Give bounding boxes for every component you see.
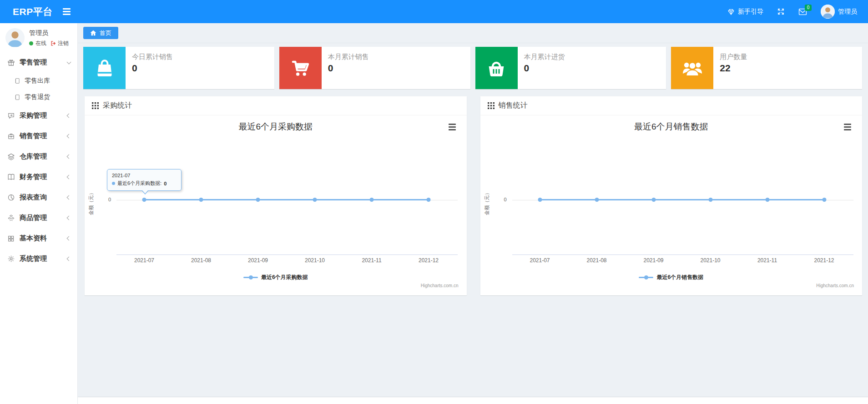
chart-tooltip: 2021-07 最近6个月采购数据: 0 xyxy=(107,169,182,191)
x-axis-line xyxy=(512,254,853,255)
sidebar-menu: 零售管理 零售出库 零售退货 采 xyxy=(0,52,77,269)
gem-icon xyxy=(727,8,735,15)
basket-icon xyxy=(475,47,518,89)
sidebar-item-sales[interactable]: 销售管理 xyxy=(0,126,77,146)
guide-label: 新手引导 xyxy=(738,8,763,16)
legend-marker-icon xyxy=(243,275,258,279)
x-axis-tick: 2021-09 xyxy=(248,257,268,264)
legend-item[interactable]: 最近6个月采购数据 xyxy=(85,274,467,281)
pie-chart-icon xyxy=(7,194,15,201)
sidebar-item-goods[interactable]: 商品管理 xyxy=(0,208,77,228)
grid-icon xyxy=(7,235,15,242)
book-icon xyxy=(7,173,15,181)
x-axis-tick: 2021-12 xyxy=(419,257,439,264)
sidebar-item-system[interactable]: 系统管理 xyxy=(0,249,77,269)
chevron-left-icon xyxy=(67,175,71,180)
data-point[interactable] xyxy=(595,198,599,202)
avatar xyxy=(5,28,25,47)
chevron-left-icon xyxy=(67,114,71,118)
tooltip-header: 2021-07 xyxy=(112,173,177,178)
stat-value: 0 xyxy=(328,63,369,74)
data-point[interactable] xyxy=(256,198,260,202)
sidebar-item-purchase[interactable]: 采购管理 xyxy=(0,105,77,126)
data-point[interactable] xyxy=(199,198,203,202)
stat-label: 本月累计销售 xyxy=(328,53,369,61)
fullscreen-icon xyxy=(777,8,785,15)
tooltip-value: 0 xyxy=(164,181,167,186)
tab-home[interactable]: 首页 xyxy=(83,27,118,39)
x-axis-tick: 2021-07 xyxy=(134,257,154,264)
sidebar-toggle-button[interactable] xyxy=(63,8,71,15)
chevron-left-icon xyxy=(67,216,71,220)
guide-button[interactable]: 新手引导 xyxy=(727,8,763,16)
chevron-down-icon xyxy=(67,60,71,64)
fullscreen-button[interactable] xyxy=(777,8,785,15)
chevron-left-icon xyxy=(67,134,71,139)
home-icon xyxy=(90,30,96,36)
cubes-icon xyxy=(7,214,15,222)
panel-header: 采购统计 xyxy=(85,96,467,115)
messages-button[interactable]: 0 xyxy=(798,8,807,15)
stat-card-user-count: 用户数量 22 xyxy=(671,47,862,89)
data-point[interactable] xyxy=(538,198,542,202)
data-point[interactable] xyxy=(370,198,374,202)
x-axis-tick: 2021-10 xyxy=(305,257,325,264)
highcharts-credit-link[interactable]: Highcharts.com.cn xyxy=(816,283,854,288)
cart-icon xyxy=(279,47,322,89)
highcharts-credit-link[interactable]: Highcharts.com.cn xyxy=(421,283,459,288)
series-dot-icon xyxy=(112,182,115,185)
stat-card-today-sales: 今日累计销售 0 xyxy=(83,47,274,89)
legend-item[interactable]: 最近6个月销售数据 xyxy=(480,274,863,281)
shopping-bag-icon xyxy=(83,47,126,89)
sidebar-item-label: 零售管理 xyxy=(20,58,47,67)
x-axis-tick: 2021-11 xyxy=(757,257,777,264)
chevron-left-icon xyxy=(67,257,71,261)
sidebar-item-reports[interactable]: 报表查询 xyxy=(0,187,77,208)
sidebar-item-label: 财务管理 xyxy=(20,173,47,181)
brand-logo: ERP平台 xyxy=(0,5,53,18)
chart-title: 最近6个月采购数据 xyxy=(85,121,467,133)
stat-card-month-purchase: 本月累计进货 0 xyxy=(475,47,666,89)
sidebar-item-basic-data[interactable]: 基本资料 xyxy=(0,228,77,249)
sidebar-item-retail-outbound[interactable]: 零售出库 xyxy=(0,73,77,89)
panel-title: 采购统计 xyxy=(103,101,132,110)
stat-label: 本月累计进货 xyxy=(524,53,565,61)
data-point[interactable] xyxy=(765,198,769,202)
stat-value: 22 xyxy=(720,63,747,74)
data-point[interactable] xyxy=(708,198,712,202)
data-point[interactable] xyxy=(142,198,146,202)
sidebar-item-warehouse[interactable]: 仓库管理 xyxy=(0,146,77,167)
data-point[interactable] xyxy=(427,198,431,202)
sidebar-item-label: 零售出库 xyxy=(25,77,50,85)
data-point[interactable] xyxy=(313,198,317,202)
sidebar-item-retail[interactable]: 零售管理 xyxy=(0,52,77,73)
online-status-icon xyxy=(29,41,33,45)
stat-value: 0 xyxy=(132,63,173,74)
online-status-label: 在线 xyxy=(35,40,46,47)
journal-icon xyxy=(14,94,20,100)
username-label: 管理员 xyxy=(838,8,857,16)
series-line xyxy=(540,199,824,200)
user-menu[interactable]: 管理员 xyxy=(821,5,857,19)
sidebar-item-finance[interactable]: 财务管理 xyxy=(0,167,77,187)
chart-context-menu-button[interactable] xyxy=(448,123,457,131)
briefcase-icon xyxy=(7,132,15,140)
chart-context-menu-button[interactable] xyxy=(843,123,852,131)
data-point[interactable] xyxy=(651,198,656,202)
footer xyxy=(78,397,868,404)
main-content: 首页 今日累计销售 0 xyxy=(78,23,868,404)
y-axis-tick: 0 xyxy=(99,197,111,202)
mail-count-badge: 0 xyxy=(805,5,812,11)
chat-icon xyxy=(7,112,15,120)
data-point[interactable] xyxy=(822,198,826,202)
series-line xyxy=(144,199,429,200)
gift-icon xyxy=(7,59,15,66)
sidebar-item-label: 商品管理 xyxy=(20,214,47,222)
stat-value: 0 xyxy=(524,63,565,74)
layers-icon xyxy=(7,153,15,160)
sidebar-item-label: 仓库管理 xyxy=(20,152,47,161)
sidebar-item-retail-return[interactable]: 零售退货 xyxy=(0,89,77,105)
x-axis-tick: 2021-08 xyxy=(191,257,211,264)
sales-stats-panel: 销售统计 最近6个月销售数据 金额（元） 0 2021-07 2021-08 2… xyxy=(480,96,863,295)
logout-link[interactable]: 注销 xyxy=(50,40,69,47)
